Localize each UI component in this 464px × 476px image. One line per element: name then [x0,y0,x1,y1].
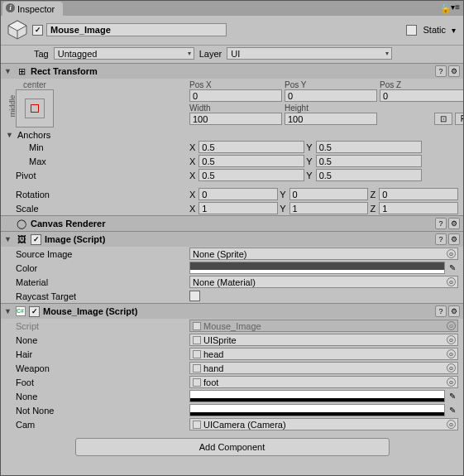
max-x[interactable] [199,155,304,167]
gameobject-icon[interactable] [6,18,29,41]
pivot-y[interactable] [316,169,422,181]
rot-y[interactable] [289,188,369,200]
comp-title: Rect Transform [31,66,432,76]
eyedropper-icon[interactable]: ✎ [447,262,458,274]
add-component-button[interactable]: Add Component [75,438,390,456]
gear-icon[interactable]: ⚙ [448,218,460,229]
object-picker-icon[interactable]: ⊙ [447,363,456,373]
name-input[interactable] [46,23,227,36]
posx-input[interactable] [189,89,282,102]
raycast-checkbox[interactable] [189,291,200,301]
none-field[interactable]: UISprite⊙ [189,334,458,346]
comp-title: Mouse_Image (Script) [43,306,432,316]
min-label: Min [6,142,189,152]
context-menu-icon[interactable]: ▾≡ [451,2,460,12]
gear-icon[interactable]: ⚙ [448,305,460,317]
csharp-script-icon [16,306,26,316]
help-button[interactable]: ? [435,305,447,317]
tag-dropdown[interactable]: Untagged [54,47,194,60]
max-y[interactable] [316,155,422,167]
anchors-label: Anchors [17,130,50,140]
eyedropper-icon[interactable]: ✎ [447,391,458,402]
color-field[interactable] [189,262,445,274]
lock-icon[interactable]: 🔓 [440,3,448,12]
min-y[interactable] [316,141,422,153]
object-icon [193,336,201,344]
canvas-icon: ◯ [16,218,27,229]
height-input[interactable] [285,113,377,125]
object-picker-icon[interactable]: ⊙ [447,377,456,387]
pivot-label: Pivot [6,171,189,180]
inspector-tab[interactable]: i Inspector [2,2,63,16]
static-dropdown-icon[interactable]: ▾ [449,26,458,35]
anchor-preset-button[interactable] [16,89,54,127]
foot-label: Foot [6,377,189,387]
script-icon [193,322,201,330]
script-label: Script [6,321,189,331]
object-picker-icon: ⊙ [447,321,456,330]
tab-title: Inspector [17,4,55,14]
rotation-label: Rotation [6,190,189,200]
raw-button[interactable]: R [455,113,464,125]
weapon-field[interactable]: hand⊙ [189,362,458,374]
posz-input[interactable] [380,89,464,102]
gameobject-header: Static ▾ [1,16,463,46]
gear-icon[interactable]: ⚙ [448,65,460,77]
help-button[interactable]: ? [435,65,447,77]
rect-transform-icon: ⊞ [16,65,27,77]
material-field[interactable]: None (Material)⊙ [189,276,458,288]
hair-field[interactable]: head⊙ [189,348,458,360]
fold-icon[interactable]: ▼ [6,131,14,139]
layer-dropdown[interactable]: UI [227,47,392,60]
max-label: Max [6,156,189,166]
fold-icon[interactable]: ▼ [4,235,12,243]
object-picker-icon[interactable]: ⊙ [447,349,456,358]
posy-input[interactable] [285,89,377,102]
comp-title: Canvas Renderer [31,219,432,228]
posz-label: Pos Z [380,79,464,89]
object-icon [193,350,201,358]
inspector-icon: i [6,3,15,12]
enable-checkbox[interactable] [29,306,40,317]
cam-label: Cam [6,420,189,430]
active-checkbox[interactable] [32,25,43,36]
object-picker-icon[interactable]: ⊙ [447,335,456,344]
source-image-label: Source Image [6,249,189,259]
posx-label: Pos X [189,79,282,89]
notnone-label: Not None [6,406,189,416]
material-label: Material [6,277,189,287]
static-checkbox[interactable] [406,25,417,36]
foot-field[interactable]: foot⊙ [189,376,458,388]
source-image-field[interactable]: None (Sprite)⊙ [189,248,458,260]
enable-checkbox[interactable] [31,234,41,245]
notnone-color[interactable] [189,404,445,416]
static-label: Static [423,25,447,35]
fold-icon[interactable]: ▼ [4,67,12,75]
rot-z[interactable] [379,188,458,200]
height-label: Height [285,102,377,113]
fold-icon[interactable]: ▼ [4,307,12,315]
scale-x[interactable] [199,202,278,214]
eyedropper-icon[interactable]: ✎ [447,405,458,416]
image-icon: 🖼 [16,233,27,245]
scale-z[interactable] [379,202,458,214]
gear-icon[interactable]: ⚙ [448,233,460,245]
none-color[interactable] [189,390,445,402]
rot-x[interactable] [199,188,278,200]
canvas-renderer-component: ▼ ◯ Canvas Renderer ?⚙ [1,215,463,231]
object-icon [193,364,201,373]
blueprint-button[interactable]: ⊡ [434,113,452,125]
object-picker-icon[interactable]: ⊙ [447,277,456,286]
cam-field[interactable]: UICamera (Camera)⊙ [189,418,458,430]
posy-label: Pos Y [285,79,377,89]
object-picker-icon[interactable]: ⊙ [447,249,456,258]
scale-y[interactable] [289,202,369,214]
pivot-x[interactable] [199,169,304,181]
width-input[interactable] [189,113,282,125]
help-button[interactable]: ? [435,233,447,245]
object-icon [193,378,201,387]
help-button[interactable]: ? [435,218,447,229]
camera-icon [193,421,201,429]
min-x[interactable] [199,141,304,153]
object-picker-icon[interactable]: ⊙ [447,420,456,429]
